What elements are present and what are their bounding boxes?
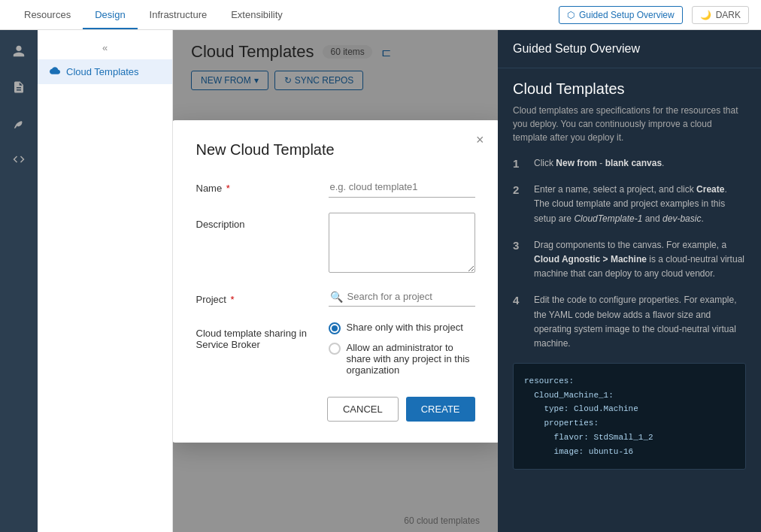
moon-icon: 🌙	[700, 10, 711, 20]
sharing-label: Cloud template sharing in Service Broker	[196, 322, 317, 350]
sidebar-item-cloud-templates[interactable]: Cloud Templates	[38, 59, 172, 84]
collapse-button[interactable]: «	[38, 36, 172, 59]
modal-close-button[interactable]: ×	[476, 132, 484, 148]
description-form-row: Description	[196, 213, 475, 273]
right-panel-header: Guided Setup Overview	[498, 30, 761, 68]
nav-tab-design[interactable]: Design	[83, 2, 137, 29]
step-1: 1 Click New from - blank canvas.	[513, 156, 746, 171]
step-list: 1 Click New from - blank canvas. 2 Enter…	[498, 156, 761, 351]
guided-setup-label: Guided Setup Overview	[579, 10, 675, 20]
sharing-radio-group: Share only with this project Allow an ad…	[329, 322, 475, 376]
cancel-button[interactable]: CANCEL	[327, 397, 399, 422]
step-1-number: 1	[513, 156, 525, 171]
step-2-number: 2	[513, 183, 525, 226]
modal-footer: CANCEL CREATE	[196, 397, 475, 422]
background-content: Cloud Templates 60 items ⊏ NEW FROM ▾ ↻ …	[173, 30, 498, 532]
name-form-row: Name *	[196, 177, 475, 198]
right-panel-description: Cloud templates are specifications for t…	[498, 104, 761, 156]
project-search-input[interactable]	[347, 291, 474, 302]
nav-tab-extensibility[interactable]: Extensibility	[219, 2, 295, 29]
content-area: « Cloud Templates Cloud Templates 60 ite…	[38, 30, 761, 532]
sidebar-user-icon[interactable]	[7, 39, 31, 63]
step-1-text: Click New from - blank canvas.	[534, 156, 664, 171]
description-label: Description	[196, 213, 317, 230]
project-label: Project *	[196, 288, 317, 305]
step-2: 2 Enter a name, select a project, and cl…	[513, 183, 746, 226]
radio-option-project-only[interactable]: Share only with this project	[329, 322, 475, 334]
guided-setup-button[interactable]: ⬡ Guided Setup Overview	[559, 6, 683, 24]
create-button[interactable]: CREATE	[406, 397, 475, 422]
radio-circle-unselected	[329, 343, 341, 355]
step-3-number: 3	[513, 238, 525, 282]
step-2-text: Enter a name, select a project, and clic…	[534, 183, 746, 226]
right-panel: Guided Setup Overview Cloud Templates Cl…	[498, 30, 761, 532]
step-4-text: Edit the code to configure properties. F…	[534, 293, 746, 351]
top-navigation: Resources Design Infrastructure Extensib…	[0, 0, 761, 30]
project-search-icon: 🔍	[330, 291, 343, 303]
radio-option-admin-share[interactable]: Allow an administrator to share with any…	[329, 342, 475, 376]
project-search-wrap: 🔍	[329, 288, 475, 307]
sidebar-cloud-templates-label: Cloud Templates	[66, 66, 139, 77]
modal-overlay: New Cloud Template × Name * Description	[173, 30, 498, 532]
name-label: Name *	[196, 177, 317, 194]
step-4: 4 Edit the code to configure properties.…	[513, 293, 746, 351]
modal-dialog: New Cloud Template × Name * Description	[173, 120, 498, 443]
cloud-templates-icon	[50, 65, 60, 78]
main-content: Cloud Templates 60 items ⊏ NEW FROM ▾ ↻ …	[173, 30, 498, 532]
radio-option1-label: Share only with this project	[347, 322, 463, 333]
nav-tab-infrastructure[interactable]: Infrastructure	[138, 2, 220, 29]
sharing-form-row: Cloud template sharing in Service Broker…	[196, 322, 475, 376]
sidebar-network-icon[interactable]	[7, 111, 31, 135]
nav-tab-resources[interactable]: Resources	[12, 2, 83, 29]
sidebar-templates-icon[interactable]	[7, 75, 31, 99]
step-3-text: Drag components to the canvas. For examp…	[534, 238, 746, 282]
sidebar-code-icon[interactable]	[7, 147, 31, 171]
collapse-arrow: «	[102, 42, 108, 53]
description-textarea[interactable]	[329, 213, 475, 273]
project-form-row: Project * 🔍	[196, 288, 475, 307]
radio-circle-selected	[329, 322, 341, 334]
guided-setup-icon: ⬡	[567, 10, 575, 20]
project-required: *	[228, 294, 235, 305]
left-sidebar	[0, 30, 38, 532]
modal-title: New Cloud Template	[196, 141, 475, 159]
step-4-number: 4	[513, 293, 525, 351]
dark-mode-button[interactable]: 🌙 DARK	[692, 6, 749, 24]
step-3: 3 Drag components to the canvas. For exa…	[513, 238, 746, 282]
dark-label: DARK	[716, 10, 741, 20]
code-block: resources: Cloud_Machine_1: type: Cloud.…	[513, 363, 746, 470]
name-required: *	[223, 183, 230, 194]
right-panel-title: Cloud Templates	[498, 68, 761, 104]
name-input[interactable]	[329, 177, 475, 198]
sub-sidebar: « Cloud Templates	[38, 30, 173, 532]
radio-option2-label: Allow an administrator to share with any…	[347, 342, 475, 376]
